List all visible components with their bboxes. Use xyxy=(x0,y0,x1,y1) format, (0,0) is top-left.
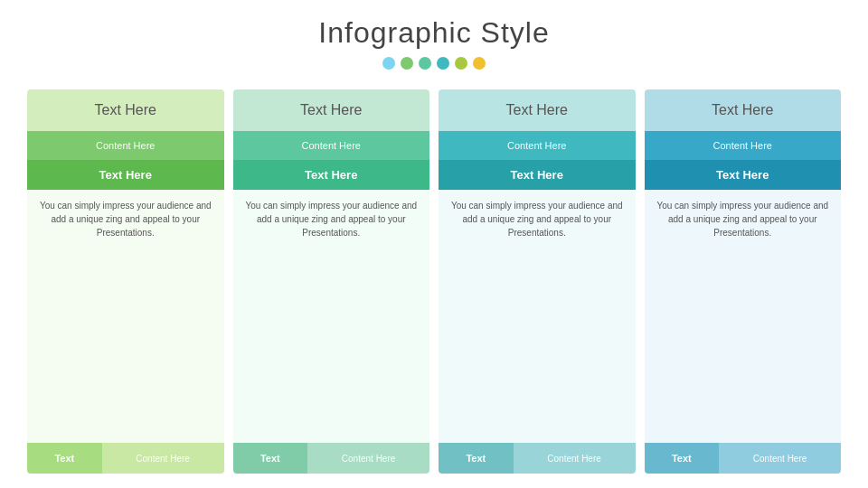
col-4-body: You can simply impress your audience and… xyxy=(645,190,842,443)
column-4: Text Here Content Here Text Here You can… xyxy=(645,89,842,474)
col-3-body: You can simply impress your audience and… xyxy=(439,190,636,443)
col-1-footer-text: Text xyxy=(27,443,102,474)
col-2-content-label: Content Here xyxy=(233,131,430,160)
col-4-footer-content: Content Here xyxy=(719,443,841,474)
dot-5 xyxy=(455,57,467,70)
col-3-footer: Text Content Here xyxy=(439,443,636,474)
col-2-header: Text Here xyxy=(233,89,430,131)
dot-row xyxy=(382,57,486,70)
page-title: Infographic Style xyxy=(318,16,549,50)
col-2-footer-text: Text xyxy=(233,443,308,474)
col-1-body: You can simply impress your audience and… xyxy=(27,190,224,443)
dot-2 xyxy=(401,57,413,70)
dot-3 xyxy=(419,57,431,70)
col-4-subheader: Text Here xyxy=(645,160,842,190)
col-1-header: Text Here xyxy=(27,89,224,131)
dot-1 xyxy=(382,57,395,70)
col-1-footer: Text Content Here xyxy=(27,443,224,474)
col-2-subheader: Text Here xyxy=(233,160,430,190)
col-2-footer: Text Content Here xyxy=(233,443,430,474)
col-1-footer-content: Content Here xyxy=(102,443,224,474)
col-3-subheader: Text Here xyxy=(439,160,636,190)
columns-container: Text Here Content Here Text Here You can… xyxy=(27,89,841,474)
page: Infographic Style Text Here Content Here… xyxy=(0,0,868,488)
col-2-footer-content: Content Here xyxy=(307,443,429,474)
col-1-content-label: Content Here xyxy=(27,131,224,160)
col-4-content-label: Content Here xyxy=(645,131,842,160)
col-4-header: Text Here xyxy=(645,89,842,131)
col-3-footer-content: Content Here xyxy=(514,443,636,474)
col-4-footer-text: Text xyxy=(645,443,720,474)
dot-4 xyxy=(437,57,449,70)
dot-6 xyxy=(473,57,486,70)
column-3: Text Here Content Here Text Here You can… xyxy=(439,89,636,474)
col-3-footer-text: Text xyxy=(439,443,514,474)
col-3-header: Text Here xyxy=(439,89,636,131)
col-1-subheader: Text Here xyxy=(27,160,224,190)
col-3-content-label: Content Here xyxy=(439,131,636,160)
col-4-footer: Text Content Here xyxy=(645,443,842,474)
column-1: Text Here Content Here Text Here You can… xyxy=(27,89,224,474)
col-2-body: You can simply impress your audience and… xyxy=(233,190,430,443)
column-2: Text Here Content Here Text Here You can… xyxy=(233,89,430,474)
